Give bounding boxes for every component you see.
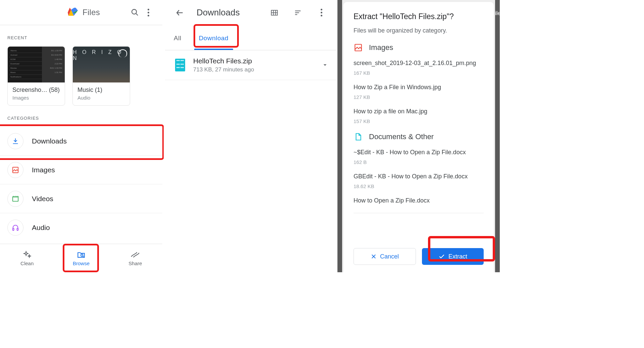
category-label: Videos: [32, 195, 53, 203]
file-name: HelloTech Files.zip: [193, 57, 314, 65]
download-icon: [7, 133, 23, 149]
extract-sheet: Extract "HelloTech Files.zip"? Files wil…: [343, 2, 494, 272]
sheet-title: Extract "HelloTech Files.zip"?: [354, 12, 484, 21]
app-logo: Files: [68, 8, 100, 17]
sort-icon[interactable]: [291, 6, 305, 19]
section-documents-header: Documents & Other: [354, 132, 484, 141]
recent-card-screenshots[interactable]: Alarms8/1 1:33 PM Android8/1 8:03 PM DCI…: [7, 46, 65, 106]
sparkle-icon: [23, 250, 32, 259]
close-icon: [371, 253, 377, 259]
app-bar: Downloads: [165, 0, 336, 25]
file-meta: 713 KB, 27 minutes ago: [193, 66, 314, 73]
svg-rect-3: [13, 197, 18, 201]
back-icon[interactable]: [173, 6, 186, 19]
svg-rect-4: [13, 228, 14, 230]
svg-point-0: [132, 9, 137, 14]
downloads-screen: Downloads All Download HelloTech Files.z…: [164, 0, 336, 272]
more-icon[interactable]: [142, 6, 155, 19]
section-images-header: Images: [354, 43, 484, 52]
screenshots-thumbnail: Alarms8/1 1:33 PM Android8/1 8:03 PM DCI…: [8, 47, 65, 82]
cancel-button[interactable]: Cancel: [354, 248, 416, 265]
image-icon: [354, 43, 363, 52]
zip-icon: [175, 59, 185, 71]
categories-list: Downloads Images Videos Audio: [0, 127, 162, 242]
extract-file-item: ~$Edit - KB - How to Open a Zip File.doc…: [354, 149, 484, 165]
category-label: Images: [32, 166, 55, 174]
category-audio[interactable]: Audio: [0, 213, 162, 242]
video-icon: [7, 191, 23, 207]
check-icon: [438, 253, 445, 260]
svg-line-1: [136, 14, 138, 16]
folder-search-icon: [77, 250, 86, 259]
recent-section-label: RECENT: [0, 25, 162, 46]
card-title: Screensho… (58): [12, 86, 60, 94]
cropped-text: ile: [495, 0, 501, 17]
card-subtitle: Images: [12, 95, 60, 101]
card-title: Music (1): [77, 86, 125, 94]
categories-section-label: CATEGORIES: [0, 106, 162, 127]
extract-file-item: GBEdit - KB - How to Open a Zip File.doc…: [354, 173, 484, 189]
category-label: Audio: [32, 224, 50, 232]
image-icon: [7, 162, 23, 178]
category-label: Downloads: [32, 137, 67, 145]
more-icon[interactable]: [315, 6, 328, 19]
extract-dialog-screen: Extract "HelloTech Files.zip"? Files wil…: [336, 0, 500, 272]
nav-clean[interactable]: Clean: [0, 244, 54, 272]
tab-download[interactable]: Download: [190, 25, 237, 50]
nav-label: Share: [128, 260, 142, 266]
section-label: Documents & Other: [369, 132, 434, 141]
sheet-subtitle: Files will be organized by category.: [354, 27, 484, 34]
category-videos[interactable]: Videos: [0, 184, 162, 213]
files-app-icon: [68, 8, 78, 17]
category-downloads[interactable]: Downloads: [0, 127, 162, 156]
filter-tabs: All Download: [165, 25, 336, 50]
app-title: Files: [83, 8, 100, 17]
menu-icon[interactable]: [7, 6, 21, 19]
category-images[interactable]: Images: [0, 156, 162, 184]
file-row-zip[interactable]: HelloTech Files.zip 713 KB, 27 minutes a…: [165, 50, 336, 80]
share-icon: [131, 250, 140, 259]
document-icon: [354, 132, 363, 141]
nav-browse[interactable]: Browse: [54, 244, 108, 272]
recent-card-music[interactable]: H O R I Z O N Music (1) Audio: [72, 46, 130, 106]
audio-icon: [7, 220, 23, 236]
tab-all[interactable]: All: [165, 25, 190, 50]
section-label: Images: [369, 43, 393, 52]
chevron-down-icon[interactable]: [322, 62, 328, 68]
page-title: Downloads: [197, 7, 240, 18]
nav-label: Clean: [20, 260, 34, 266]
extract-file-item: How to Open a Zip File.docx: [354, 197, 484, 213]
grid-view-icon[interactable]: [268, 6, 281, 19]
extract-file-item: How to Zip a File in Windows.jpg 127 KB: [354, 84, 484, 100]
svg-rect-5: [17, 228, 18, 230]
bottom-nav: Clean Browse Share: [0, 244, 162, 272]
music-thumbnail: H O R I Z O N: [73, 47, 130, 82]
card-subtitle: Audio: [77, 95, 125, 101]
app-bar: Files: [0, 0, 162, 25]
svg-point-6: [81, 254, 83, 256]
sheet-actions: Cancel Extract: [343, 242, 494, 272]
nav-share[interactable]: Share: [108, 244, 162, 272]
extract-button[interactable]: Extract: [422, 248, 484, 265]
nav-label: Browse: [73, 260, 90, 266]
search-icon[interactable]: [128, 6, 142, 19]
extract-file-item: screen_shot_2019-12-03_at_2.16.01_pm.png…: [354, 60, 484, 76]
files-app-home: Files RECENT Alarms8/1 1:33 PM Android8/…: [0, 0, 164, 272]
recent-cards: Alarms8/1 1:33 PM Android8/1 8:03 PM DCI…: [0, 46, 162, 106]
svg-line-7: [83, 256, 84, 257]
extract-file-item: How to zip a file on Mac.jpg 157 KB: [354, 108, 484, 124]
